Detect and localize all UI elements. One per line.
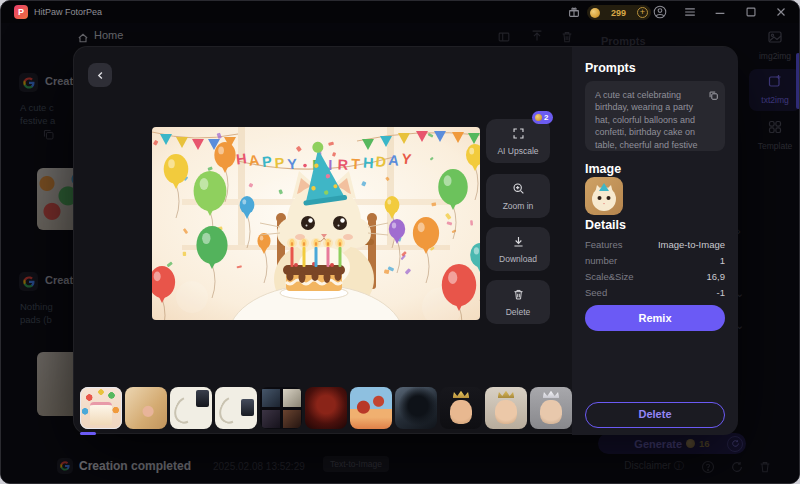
zoom-in-icon — [512, 181, 525, 199]
thumbnail[interactable] — [170, 387, 212, 429]
app-body: Home Prompts › ⌄ ⌄ img2img txt2img Templ… — [1, 23, 800, 484]
close-button[interactable] — [774, 5, 788, 19]
copy-prompt-icon[interactable] — [708, 87, 719, 105]
app-title: HitPaw FotorPea — [34, 1, 102, 23]
gift-icon[interactable] — [567, 5, 581, 19]
svg-text:Y: Y — [287, 156, 298, 172]
zoom-in-button[interactable]: Zoom in — [486, 174, 550, 218]
upscale-cost-badge: 2 — [532, 111, 553, 124]
app-logo-icon: P — [14, 5, 28, 19]
svg-text:R: R — [337, 156, 348, 172]
strip-scrollbar-thumb[interactable] — [80, 432, 96, 435]
maximize-button[interactable] — [744, 5, 758, 19]
thumbnail[interactable] — [440, 387, 482, 429]
svg-text:A: A — [388, 152, 401, 169]
credits-count: 299 — [603, 8, 634, 18]
remix-button[interactable]: Remix — [585, 305, 725, 331]
ai-upscale-button[interactable]: AI Upscale — [486, 119, 550, 163]
upscale-icon — [512, 126, 525, 144]
svg-text:P: P — [261, 153, 272, 170]
thumbnail[interactable] — [215, 387, 257, 429]
svg-text:H: H — [363, 155, 375, 172]
download-icon — [512, 234, 525, 252]
detail-row-features: Features Image-to-Image — [585, 237, 725, 251]
birthday-cake — [280, 238, 348, 300]
trash-icon — [512, 287, 525, 305]
prompt-textarea[interactable]: A cute cat celebrating birthday, wearing… — [585, 81, 725, 151]
image-title: Image — [585, 162, 621, 176]
thumbnail[interactable] — [260, 387, 302, 429]
thumbnail[interactable] — [395, 387, 437, 429]
source-image-thumbnail[interactable] — [585, 177, 623, 215]
prompt-text: A cute cat celebrating birthday, wearing… — [595, 89, 703, 151]
thumbnail[interactable] — [530, 387, 572, 429]
thumbnail-strip — [80, 387, 572, 429]
account-icon[interactable] — [653, 5, 667, 19]
prompts-title: Prompts — [585, 61, 636, 75]
thumbnail[interactable] — [485, 387, 527, 429]
coin-icon — [590, 8, 600, 18]
download-button[interactable]: Download — [486, 227, 550, 271]
svg-text:P: P — [274, 155, 285, 172]
thumbnail[interactable] — [305, 387, 347, 429]
detail-row-seed: Seed -1 — [585, 285, 725, 299]
thumbnail[interactable] — [80, 387, 122, 429]
detail-row-scale-size: Scale&Size 16,9 — [585, 269, 725, 283]
delete-image-button[interactable]: Delete — [486, 280, 550, 324]
back-button[interactable] — [88, 63, 112, 87]
app-window: P HitPaw FotorPea 299 + Home — [0, 0, 800, 484]
generated-image: HAPPYBIRTHDAY — [152, 127, 480, 320]
credits-pill[interactable]: 299 + — [587, 5, 651, 20]
thumbnail[interactable] — [350, 387, 392, 429]
svg-text:T: T — [351, 156, 361, 172]
titlebar: P HitPaw FotorPea 299 + — [1, 1, 800, 23]
detail-panel: Prompts A cute cat celebrating birthday,… — [572, 47, 738, 435]
add-credits-icon[interactable]: + — [637, 7, 648, 18]
details-title: Details — [585, 218, 626, 232]
thumbnail[interactable] — [125, 387, 167, 429]
delete-button[interactable]: Delete — [585, 402, 725, 428]
minimize-button[interactable] — [713, 6, 727, 20]
svg-text:D: D — [375, 153, 387, 170]
creation-detail-modal: HAPPYBIRTHDAY — [73, 46, 737, 434]
menu-icon[interactable] — [683, 5, 697, 19]
svg-text:H: H — [235, 150, 247, 167]
detail-row-number: number 1 — [585, 253, 725, 267]
coin-icon — [535, 114, 542, 121]
